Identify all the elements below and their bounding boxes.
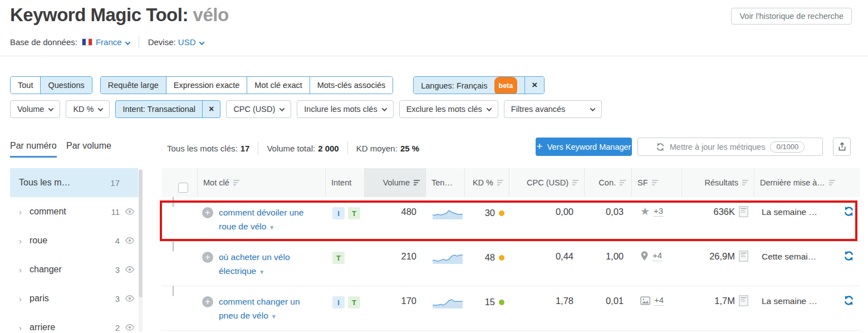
sidebar-item-label: arriere [30, 322, 104, 332]
eye-icon[interactable] [125, 293, 135, 303]
advanced-filters-dropdown[interactable]: Filtres avancés [504, 100, 602, 118]
exclude-keywords-dropdown[interactable]: Exclure les mots clés [399, 100, 498, 118]
page-title: Keyword Magic Tool: vélo [10, 4, 229, 26]
trend-sparkline [432, 208, 463, 220]
language-filter-tab[interactable]: Langues: Français beta [414, 77, 524, 94]
select-all-checkbox[interactable] [178, 183, 188, 193]
refresh-metrics-button[interactable] [844, 206, 854, 218]
intent-filter-close-button[interactable]: × [202, 101, 220, 117]
row-checkbox[interactable] [173, 241, 174, 252]
summary-stats: Tous les mots clés:17 Volume total:2 000… [167, 142, 419, 154]
match-tab-group: Requête large Expression exacte Mot clé … [100, 76, 393, 94]
search-history-button[interactable]: Voir l'historique de recherche [731, 8, 852, 25]
column-header-intent: Intent [326, 168, 365, 197]
refresh-metrics-button[interactable] [844, 251, 854, 263]
column-header-mot-cle[interactable]: Mot clé [198, 168, 326, 197]
sidebar-item-changer[interactable]: › changer 3 [10, 255, 138, 284]
page-title-query: vélo [193, 4, 229, 25]
results-value: 636K [713, 207, 735, 217]
column-header-resultats[interactable]: Résultats [682, 168, 754, 197]
keyword-manager-button[interactable]: + Vers Keyword Manager [536, 138, 632, 156]
competition-value: 0,01 [585, 286, 632, 306]
kd-value: 15 [485, 297, 495, 307]
refresh-metrics-button[interactable] [844, 295, 854, 307]
column-header-volume[interactable]: Volume [365, 168, 426, 197]
sidebar-item-comment[interactable]: › comment 11 [10, 197, 138, 226]
row-checkbox[interactable] [173, 286, 174, 296]
sidebar-scrollbar[interactable] [139, 169, 143, 332]
row-checkbox[interactable] [173, 197, 174, 207]
sidebar-item-arriere[interactable]: › arriere 2 [10, 313, 138, 333]
currency-selector[interactable]: USD [178, 37, 204, 47]
chevron-right-icon: › [19, 294, 22, 303]
refresh-icon [656, 143, 665, 151]
trend-sparkline [432, 297, 463, 309]
tab-tout[interactable]: Tout [11, 77, 40, 94]
image-pack-icon [640, 296, 650, 305]
kd-filter-dropdown[interactable]: KD % [66, 100, 110, 118]
sidebar-item-label: roue [30, 236, 104, 246]
competition-value: 1,00 [585, 242, 632, 262]
sidebar-item-count: 3 [104, 265, 120, 275]
update-metrics-button[interactable]: Mettre à jour les métriques 0/1000 [637, 138, 823, 156]
keyword-dropdown-icon[interactable]: ▼ [271, 314, 277, 320]
database-currency-bar: Base de données: France Devise: USD [10, 36, 204, 48]
header-divider [0, 56, 868, 56]
divider [139, 36, 139, 48]
volume-filter-dropdown[interactable]: Volume [10, 100, 60, 118]
serp-features-more[interactable]: +4 [654, 295, 664, 306]
chevron-down-icon [125, 40, 130, 45]
column-header-kd[interactable]: KD % [465, 168, 509, 197]
serp-features-more[interactable]: +3 [654, 206, 663, 217]
eye-icon[interactable] [125, 236, 135, 246]
tab-par-numero[interactable]: Par numéro [10, 141, 57, 158]
column-header-cpc[interactable]: CPC (USD) [509, 168, 585, 197]
sort-icon [497, 180, 503, 185]
include-keywords-dropdown[interactable]: Inclure les mots clés [297, 100, 393, 118]
language-filter-close-button[interactable]: × [524, 77, 544, 94]
sidebar-item-paris[interactable]: › paris 3 [10, 284, 138, 313]
serp-preview-icon[interactable] [739, 295, 748, 306]
intent-badge-transactional: T [332, 252, 345, 264]
eye-icon[interactable] [125, 265, 135, 275]
add-keyword-icon[interactable]: + [202, 296, 213, 307]
page-title-text: Keyword Magic Tool: [10, 4, 188, 25]
tab-requete-large[interactable]: Requête large [101, 77, 166, 94]
add-keyword-icon[interactable]: + [202, 252, 213, 263]
tab-questions[interactable]: Questions [40, 77, 91, 94]
eye-icon[interactable] [125, 322, 135, 332]
sidebar-item-roue[interactable]: › roue 4 [10, 226, 138, 255]
table-header-row: Mot clé Intent Volume Ten… KD % CPC (USD… [161, 168, 860, 197]
serp-features-more[interactable]: +4 [653, 251, 662, 261]
chevron-down-icon [279, 106, 285, 111]
serp-preview-icon[interactable] [739, 206, 748, 217]
intent-filter-chip[interactable]: Intent: Transactional × [115, 100, 220, 118]
cpc-filter-dropdown[interactable]: CPC (USD) [226, 100, 291, 118]
keyword-dropdown-icon[interactable]: ▼ [269, 224, 274, 231]
keyword-link[interactable]: comment changer un pneu de vélo▼ [219, 295, 307, 324]
tab-expression-exacte[interactable]: Expression exacte [166, 77, 247, 94]
sort-icon [572, 180, 578, 185]
kd-value: 30 [485, 208, 495, 218]
keyword-link[interactable]: comment dévoiler une roue de vélo▼ [219, 205, 307, 234]
export-button[interactable] [833, 138, 851, 156]
divider [347, 142, 348, 154]
column-header-derniere-mise-a-jour[interactable]: Dernière mise à… [754, 168, 860, 197]
database-selector[interactable]: France [96, 37, 130, 47]
add-keyword-icon[interactable]: + [202, 207, 213, 218]
location-pin-icon [640, 251, 649, 261]
keyword-link[interactable]: où acheter un vélo électrique▼ [219, 250, 307, 279]
competition-value: 0,03 [585, 197, 632, 217]
tab-par-volume[interactable]: Par volume [66, 141, 111, 156]
column-header-con[interactable]: Con. [585, 168, 632, 197]
eye-icon[interactable] [125, 207, 135, 217]
tab-mot-cle-exact[interactable]: Mot clé exact [247, 77, 309, 94]
keyword-dropdown-icon[interactable]: ▼ [259, 269, 264, 275]
tab-mots-cles-associes[interactable]: Mots-clés associés [310, 77, 393, 94]
last-updated-value: La semaine … [762, 207, 817, 217]
beta-badge: beta [494, 77, 518, 94]
column-header-sf[interactable]: SF [632, 168, 682, 197]
sidebar-item-label: Tous les m… [19, 178, 104, 188]
serp-preview-icon[interactable] [739, 251, 748, 262]
sidebar-item-all-keywords[interactable]: Tous les m… 17 [10, 168, 138, 197]
